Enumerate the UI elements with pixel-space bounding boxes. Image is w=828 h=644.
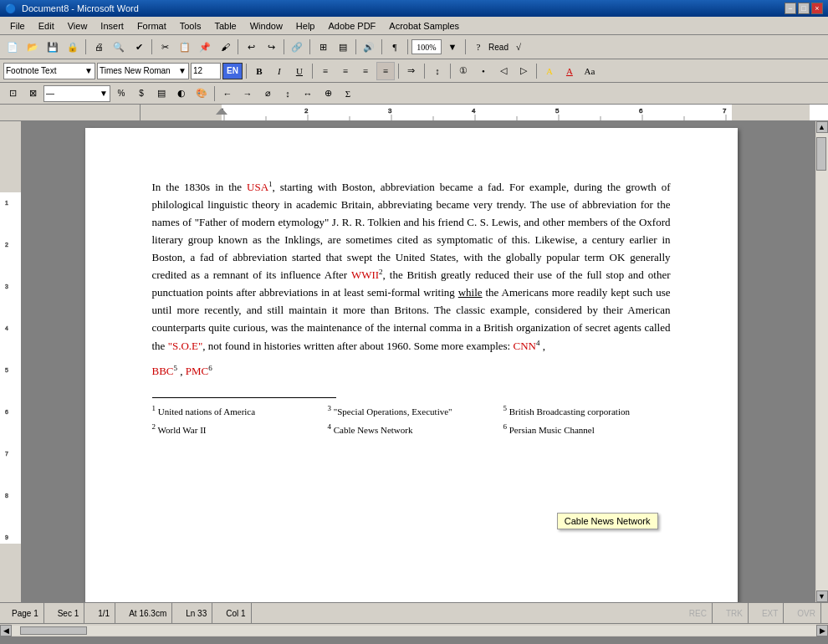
scroll-down-button[interactable]: ▼: [816, 590, 828, 602]
menu-tools[interactable]: Tools: [173, 19, 208, 33]
t3-btn2[interactable]: ⊠: [23, 84, 42, 103]
print-preview-button[interactable]: 🔍: [110, 38, 128, 56]
wwii-link[interactable]: WWII: [351, 269, 379, 282]
menu-window[interactable]: Window: [243, 19, 289, 33]
columns-button[interactable]: ▤: [334, 38, 352, 56]
undo-button[interactable]: ↩: [242, 38, 260, 56]
cut-button[interactable]: ✂: [156, 38, 174, 56]
t3-pct[interactable]: %: [112, 84, 130, 103]
t3-btn11[interactable]: ⊕: [319, 84, 337, 103]
linespacing-button[interactable]: ↕: [428, 62, 447, 80]
help-button[interactable]: ?: [469, 38, 488, 56]
sec-status: Sec 1: [53, 603, 85, 623]
equation-button[interactable]: √: [509, 38, 528, 56]
menu-adobe[interactable]: Adobe PDF: [321, 19, 382, 33]
read-button[interactable]: Read: [489, 38, 508, 56]
menu-acrobat[interactable]: Acrobat Samples: [382, 19, 466, 33]
increase-indent-button[interactable]: ▷: [514, 62, 533, 80]
scroll-thumb[interactable]: [816, 137, 826, 171]
language-button[interactable]: EN: [222, 63, 243, 79]
scroll-track[interactable]: [816, 133, 828, 590]
print-icon: 🖨: [95, 42, 104, 52]
t3-btn4[interactable]: ◐: [172, 84, 191, 103]
document-scroll-area[interactable]: Cable News Network In the 1830s in the U…: [21, 121, 815, 602]
align-justify-button[interactable]: ≡: [376, 62, 395, 80]
redo-button[interactable]: ↪: [262, 38, 280, 56]
speaker-button[interactable]: 🔊: [360, 38, 378, 56]
style-dropdown[interactable]: Footnote Text ▼: [3, 63, 95, 79]
cnn-link[interactable]: CNN: [513, 340, 535, 352]
menu-table[interactable]: Table: [207, 19, 243, 33]
open-button[interactable]: 📂: [23, 38, 42, 56]
close-button[interactable]: ×: [811, 3, 823, 14]
menu-insert[interactable]: Insert: [94, 19, 130, 33]
new-button[interactable]: 📄: [3, 38, 22, 56]
menu-edit[interactable]: Edit: [32, 19, 61, 33]
print-button[interactable]: 🖨: [89, 38, 108, 56]
t3-btn6[interactable]: ←: [218, 84, 237, 103]
window-controls[interactable]: − □ ×: [785, 3, 823, 14]
t3-btn9[interactable]: ↕: [279, 84, 297, 103]
t3-btn5[interactable]: 🎨: [192, 84, 211, 103]
fontstyles-button[interactable]: Aa: [580, 62, 599, 80]
t3-btn1[interactable]: ⊡: [3, 84, 22, 103]
h-scroll-thumb[interactable]: [20, 626, 87, 635]
pmc-link[interactable]: PMC: [186, 365, 208, 377]
vertical-scrollbar[interactable]: ▲ ▼: [815, 121, 828, 602]
align-center-button[interactable]: ≡: [336, 62, 355, 80]
scroll-left-button[interactable]: ◀: [0, 625, 12, 636]
bbc-link[interactable]: BBC: [152, 365, 174, 377]
footnotes-section: 1 United nations of America 3 "Special O…: [152, 403, 671, 437]
menu-help[interactable]: Help: [289, 19, 322, 33]
save-button[interactable]: 💾: [43, 38, 62, 56]
sep2: [151, 39, 152, 54]
horizontal-scrollbar[interactable]: ◀ ▶: [0, 623, 828, 636]
soe-link[interactable]: "S.O.E": [168, 340, 203, 352]
menu-format[interactable]: Format: [130, 19, 173, 33]
hyperlink-button[interactable]: 🔗: [288, 38, 306, 56]
t3-btn8[interactable]: ⌀: [258, 84, 277, 103]
rtl-button[interactable]: ⇒: [402, 62, 421, 80]
bold-button[interactable]: B: [250, 62, 268, 80]
permission-button[interactable]: 🔒: [64, 38, 82, 56]
underline-button[interactable]: U: [290, 62, 309, 80]
format-painter-button[interactable]: 🖌: [216, 38, 234, 56]
t3-btn10[interactable]: ↔: [299, 84, 317, 103]
showformatting-button[interactable]: ¶: [386, 38, 404, 56]
paste-button[interactable]: 📌: [196, 38, 214, 56]
fontcolor-button[interactable]: A: [560, 62, 579, 80]
minimize-button[interactable]: −: [785, 3, 796, 14]
h-scroll-track[interactable]: [12, 626, 816, 636]
menu-view[interactable]: View: [61, 19, 95, 33]
spellcheck-button[interactable]: ✔: [130, 38, 148, 56]
t3-btn3[interactable]: ▤: [152, 84, 171, 103]
highlight-button[interactable]: A: [540, 62, 559, 80]
numbering-button[interactable]: ①: [454, 62, 473, 80]
menu-file[interactable]: File: [3, 19, 32, 33]
table-button[interactable]: ⊞: [314, 38, 332, 56]
document-body[interactable]: In the 1830s in the USA1, starting with …: [152, 178, 671, 381]
scroll-up-button[interactable]: ▲: [816, 121, 828, 133]
copy-button[interactable]: 📋: [176, 38, 194, 56]
align-right-button[interactable]: ≡: [356, 62, 375, 80]
font-dropdown[interactable]: Times New Roman ▼: [97, 63, 189, 79]
maximize-button[interactable]: □: [798, 3, 810, 14]
zoom-box[interactable]: 100%: [411, 39, 442, 54]
bullets-button[interactable]: •: [474, 62, 493, 80]
italic-button[interactable]: I: [270, 62, 289, 80]
col-status: Col 1: [221, 603, 251, 623]
decrease-indent-button[interactable]: ◁: [494, 62, 513, 80]
sep3: [238, 39, 238, 54]
t3-btn12[interactable]: Σ: [339, 84, 357, 103]
t3-currency[interactable]: $: [132, 84, 151, 103]
fmt-sep2: [312, 64, 313, 79]
t3-btn7[interactable]: →: [238, 84, 257, 103]
scroll-right-button[interactable]: ▶: [816, 625, 828, 636]
zoom-dropdown-button[interactable]: ▼: [443, 38, 462, 56]
t3-dropdown[interactable]: — ▼: [43, 85, 110, 102]
usa-link[interactable]: USA: [247, 181, 268, 193]
size-dropdown[interactable]: 12: [191, 63, 221, 79]
align-left-button[interactable]: ≡: [316, 62, 335, 80]
t3-pct-icon: %: [118, 89, 125, 98]
formatting-toolbar: Footnote Text ▼ Times New Roman ▼ 12 EN …: [0, 59, 828, 83]
